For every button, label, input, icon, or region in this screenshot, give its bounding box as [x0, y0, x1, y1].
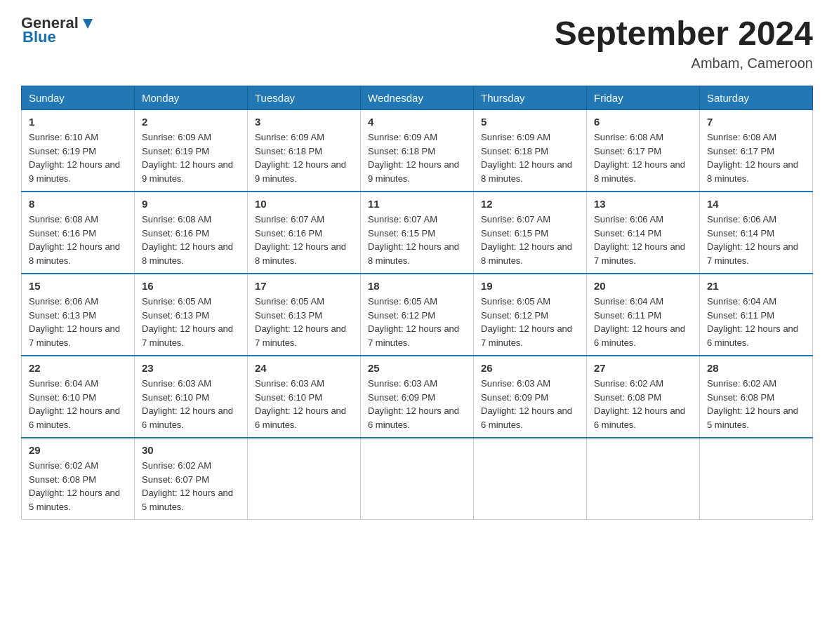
sunrise-label: Sunrise: 6:07 AM — [255, 214, 324, 224]
calendar-cell: 3 Sunrise: 6:09 AM Sunset: 6:18 PM Dayli… — [248, 110, 361, 192]
sunset-label: Sunset: 6:13 PM — [255, 310, 322, 321]
daylight-label: Daylight: 12 hours and 7 minutes. — [142, 323, 233, 348]
sunrise-label: Sunrise: 6:02 AM — [594, 378, 663, 389]
sunset-label: Sunset: 6:18 PM — [255, 146, 322, 156]
day-info: Sunrise: 6:06 AM Sunset: 6:14 PM Dayligh… — [707, 213, 805, 267]
sunrise-label: Sunrise: 6:10 AM — [29, 132, 98, 142]
sunrise-label: Sunrise: 6:02 AM — [142, 460, 211, 471]
daylight-label: Daylight: 12 hours and 6 minutes. — [368, 405, 459, 430]
daylight-label: Daylight: 12 hours and 7 minutes. — [255, 323, 346, 348]
sunset-label: Sunset: 6:18 PM — [368, 146, 435, 156]
day-number: 16 — [142, 280, 240, 292]
day-number: 17 — [255, 280, 353, 292]
day-info: Sunrise: 6:06 AM Sunset: 6:14 PM Dayligh… — [594, 213, 692, 267]
calendar-cell: 27 Sunrise: 6:02 AM Sunset: 6:08 PM Dayl… — [587, 356, 700, 438]
sunset-label: Sunset: 6:08 PM — [707, 392, 774, 403]
day-number: 29 — [29, 444, 127, 456]
sunrise-label: Sunrise: 6:06 AM — [707, 214, 776, 224]
day-number: 25 — [368, 362, 466, 374]
day-number: 7 — [707, 116, 805, 128]
daylight-label: Daylight: 12 hours and 5 minutes. — [29, 488, 120, 512]
calendar-cell: 29 Sunrise: 6:02 AM Sunset: 6:08 PM Dayl… — [22, 438, 135, 520]
daylight-label: Daylight: 12 hours and 8 minutes. — [481, 159, 572, 184]
daylight-label: Daylight: 12 hours and 8 minutes. — [368, 241, 459, 266]
day-number: 18 — [368, 280, 466, 292]
daylight-label: Daylight: 12 hours and 6 minutes. — [142, 405, 233, 430]
header-friday: Friday — [587, 86, 700, 110]
day-number: 5 — [481, 116, 579, 128]
sunset-label: Sunset: 6:17 PM — [707, 146, 774, 156]
sunrise-label: Sunrise: 6:02 AM — [29, 460, 98, 471]
calendar-week-row: 15 Sunrise: 6:06 AM Sunset: 6:13 PM Dayl… — [22, 274, 813, 356]
daylight-label: Daylight: 12 hours and 8 minutes. — [29, 241, 120, 266]
sunset-label: Sunset: 6:10 PM — [29, 392, 96, 403]
calendar-cell: 23 Sunrise: 6:03 AM Sunset: 6:10 PM Dayl… — [135, 356, 248, 438]
sunrise-label: Sunrise: 6:09 AM — [481, 132, 550, 142]
sunset-label: Sunset: 6:16 PM — [255, 228, 322, 239]
calendar-cell: 26 Sunrise: 6:03 AM Sunset: 6:09 PM Dayl… — [474, 356, 587, 438]
day-number: 19 — [481, 280, 579, 292]
day-info: Sunrise: 6:04 AM Sunset: 6:11 PM Dayligh… — [594, 295, 692, 349]
calendar-cell: 12 Sunrise: 6:07 AM Sunset: 6:15 PM Dayl… — [474, 192, 587, 274]
location-text: Ambam, Cameroon — [555, 55, 813, 72]
day-number: 24 — [255, 362, 353, 374]
daylight-label: Daylight: 12 hours and 9 minutes. — [142, 159, 233, 184]
day-number: 11 — [368, 198, 466, 210]
day-info: Sunrise: 6:08 AM Sunset: 6:17 PM Dayligh… — [707, 130, 805, 185]
sunrise-label: Sunrise: 6:08 AM — [142, 214, 211, 224]
calendar-cell: 18 Sunrise: 6:05 AM Sunset: 6:12 PM Dayl… — [361, 274, 474, 356]
sunset-label: Sunset: 6:09 PM — [481, 392, 548, 403]
calendar-cell: 14 Sunrise: 6:06 AM Sunset: 6:14 PM Dayl… — [700, 192, 813, 274]
sunrise-label: Sunrise: 6:09 AM — [255, 132, 324, 142]
sunset-label: Sunset: 6:14 PM — [707, 228, 774, 239]
sunrise-label: Sunrise: 6:05 AM — [142, 296, 211, 307]
sunrise-label: Sunrise: 6:05 AM — [255, 296, 324, 307]
sunrise-label: Sunrise: 6:08 AM — [29, 214, 98, 224]
daylight-label: Daylight: 12 hours and 7 minutes. — [481, 323, 572, 348]
logo-triangle-icon — [80, 16, 95, 32]
daylight-label: Daylight: 12 hours and 6 minutes. — [594, 323, 685, 348]
day-number: 12 — [481, 198, 579, 210]
day-number: 28 — [707, 362, 805, 374]
day-number: 8 — [29, 198, 127, 210]
daylight-label: Daylight: 12 hours and 8 minutes. — [481, 241, 572, 266]
sunset-label: Sunset: 6:16 PM — [29, 228, 96, 239]
logo: General Blue — [21, 14, 95, 46]
day-info: Sunrise: 6:07 AM Sunset: 6:15 PM Dayligh… — [481, 213, 579, 267]
sunrise-label: Sunrise: 6:05 AM — [481, 296, 550, 307]
calendar-table: Sunday Monday Tuesday Wednesday Thursday… — [21, 86, 813, 520]
sunrise-label: Sunrise: 6:06 AM — [29, 296, 98, 307]
calendar-week-row: 8 Sunrise: 6:08 AM Sunset: 6:16 PM Dayli… — [22, 192, 813, 274]
day-info: Sunrise: 6:07 AM Sunset: 6:16 PM Dayligh… — [255, 213, 353, 267]
sunrise-label: Sunrise: 6:06 AM — [594, 214, 663, 224]
day-info: Sunrise: 6:05 AM Sunset: 6:12 PM Dayligh… — [481, 295, 579, 349]
daylight-label: Daylight: 12 hours and 6 minutes. — [594, 405, 685, 430]
svg-marker-0 — [83, 19, 93, 29]
calendar-cell: 15 Sunrise: 6:06 AM Sunset: 6:13 PM Dayl… — [22, 274, 135, 356]
calendar-header: Sunday Monday Tuesday Wednesday Thursday… — [22, 86, 813, 110]
sunrise-label: Sunrise: 6:05 AM — [368, 296, 437, 307]
day-info: Sunrise: 6:05 AM Sunset: 6:13 PM Dayligh… — [142, 295, 240, 349]
sunset-label: Sunset: 6:17 PM — [594, 146, 661, 156]
day-info: Sunrise: 6:07 AM Sunset: 6:15 PM Dayligh… — [368, 213, 466, 267]
calendar-cell: 13 Sunrise: 6:06 AM Sunset: 6:14 PM Dayl… — [587, 192, 700, 274]
daylight-label: Daylight: 12 hours and 6 minutes. — [481, 405, 572, 430]
sunset-label: Sunset: 6:10 PM — [142, 392, 209, 403]
calendar-cell: 8 Sunrise: 6:08 AM Sunset: 6:16 PM Dayli… — [22, 192, 135, 274]
calendar-title: September 2024 — [555, 14, 813, 53]
sunrise-label: Sunrise: 6:03 AM — [368, 378, 437, 389]
daylight-label: Daylight: 12 hours and 8 minutes. — [142, 241, 233, 266]
sunset-label: Sunset: 6:13 PM — [142, 310, 209, 321]
day-info: Sunrise: 6:02 AM Sunset: 6:08 PM Dayligh… — [594, 377, 692, 431]
day-number: 30 — [142, 444, 240, 456]
sunrise-label: Sunrise: 6:03 AM — [481, 378, 550, 389]
day-info: Sunrise: 6:09 AM Sunset: 6:18 PM Dayligh… — [255, 130, 353, 185]
day-number: 22 — [29, 362, 127, 374]
sunrise-label: Sunrise: 6:09 AM — [368, 132, 437, 142]
day-info: Sunrise: 6:06 AM Sunset: 6:13 PM Dayligh… — [29, 295, 127, 349]
day-info: Sunrise: 6:10 AM Sunset: 6:19 PM Dayligh… — [29, 130, 127, 185]
sunrise-label: Sunrise: 6:04 AM — [29, 378, 98, 389]
calendar-cell: 1 Sunrise: 6:10 AM Sunset: 6:19 PM Dayli… — [22, 110, 135, 192]
calendar-cell — [587, 438, 700, 520]
day-info: Sunrise: 6:08 AM Sunset: 6:16 PM Dayligh… — [142, 213, 240, 267]
